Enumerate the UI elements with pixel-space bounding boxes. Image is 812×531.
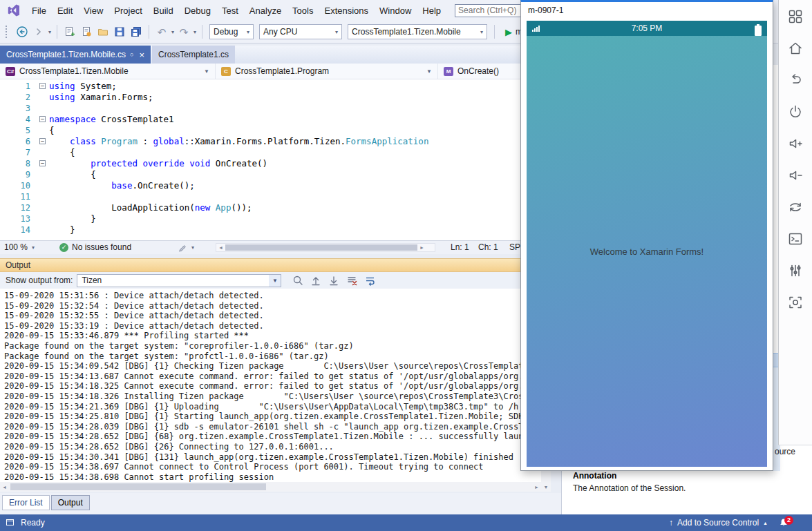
status-bar: Ready ↑ Add to Source Control ▲ 2 [0,514,812,531]
visual-studio-logo-icon [7,3,21,17]
project-dropdown[interactable]: C#CrossTemplate1.Tizen.Mobile ▼ [0,64,216,79]
platform-dropdown[interactable]: Any CPU▾ [259,24,342,39]
startup-project-dropdown[interactable]: CrossTemplate1.Tizen.Mobile▾ [348,24,487,39]
output-horizontal-scrollbar[interactable]: ◄ ► [0,482,541,492]
word-wrap-icon[interactable] [363,273,377,287]
show-output-from-label: Show output from: [6,276,73,285]
menu-view[interactable]: View [78,3,108,18]
menu-help[interactable]: Help [417,3,446,18]
undo-icon[interactable]: ↶ [154,24,169,39]
menu-analyze[interactable]: Analyze [244,3,287,18]
editor-horizontal-scrollbar[interactable]: ◄ ► [216,243,435,252]
fold-gutter [37,202,49,213]
search-input[interactable] [455,4,521,17]
zoom-dropdown[interactable]: 100 % ▾ [4,242,35,252]
menu-window[interactable]: Window [374,3,417,18]
scroll-right-icon[interactable]: ► [417,245,426,250]
fold-collapse-icon[interactable]: − [39,83,46,89]
find-message-icon[interactable] [291,273,305,287]
close-icon[interactable]: × [139,50,144,60]
clear-all-icon[interactable] [345,273,359,287]
menu-extensions[interactable]: Extensions [319,3,374,18]
scroll-down-icon[interactable]: ▼ [541,482,551,492]
annotation-section: Annotation The Annotation of the Session… [573,471,686,493]
menu-debug[interactable]: Debug [179,3,216,18]
scrollbar-thumb[interactable] [10,483,266,490]
home-icon[interactable] [784,37,806,59]
menu-build[interactable]: Build [148,3,179,18]
fold-collapse-icon[interactable]: − [39,138,46,144]
code-text: { [49,169,96,180]
code-editor[interactable]: 1−using System;2using Xamarin.Forms;34−n… [0,79,561,240]
output-log-line: 2020-09-15 15:34:38.697 Cannot connect t… [4,462,541,472]
navigate-dropdown-caret-icon[interactable]: ▾ [48,29,51,35]
annotation-title: Annotation [573,471,686,481]
chevron-up-icon[interactable]: ▲ [763,521,768,525]
notifications-button[interactable]: 2 [779,518,789,528]
output-panel-header[interactable]: Output [0,258,551,272]
scroll-right-icon[interactable]: ► [532,485,541,490]
add-to-source-control-button[interactable]: Add to Source Control [677,518,759,528]
tab-crosstemplate1-cs[interactable]: CrossTemplate1.cs [152,46,235,64]
navigate-back-icon[interactable] [15,24,30,39]
code-text: base.OnCreate(); [49,180,195,191]
code-line-11: 11 [0,191,561,202]
editor-status-bar: 100 % ▾ ✓ No issues found ▾ ◄ ► Ln: 1 Ch… [0,240,561,254]
menu-test[interactable]: Test [216,3,244,18]
menu-file[interactable]: File [26,3,52,18]
tool-tab-error-list[interactable]: Error List [2,495,50,510]
quick-search-box[interactable] [455,4,521,17]
new-project-icon[interactable] [62,24,77,39]
volume-up-icon[interactable] [784,133,806,155]
background-tasks-icon[interactable] [6,517,15,529]
shell-icon[interactable] [784,228,806,250]
tab-crosstemplate1-tizen-mobile-cs[interactable]: CrossTemplate1.Tizen.Mobile.cs○× [0,46,151,64]
toolbar-grip[interactable] [6,26,10,38]
menu-tools[interactable]: Tools [287,3,319,18]
code-line-14: 14 } [0,224,561,235]
output-log[interactable]: 15-09-2020 15:31:56 : Device attach/deta… [0,289,541,482]
output-source-dropdown[interactable]: Tizen ▼ [77,274,281,287]
back-icon[interactable] [784,69,806,91]
scrollbar-thumb[interactable] [225,244,417,251]
redo-icon[interactable]: ↷ [176,24,191,39]
power-icon[interactable] [784,101,806,123]
screenshot-icon[interactable] [784,291,806,313]
save-all-icon[interactable] [129,24,144,39]
member-value: OnCreate() [457,66,499,76]
redo-dropdown-caret-icon[interactable]: ▾ [193,29,196,35]
fold-collapse-icon[interactable]: − [39,116,46,122]
save-icon[interactable] [112,24,127,39]
open-file-icon[interactable] [95,24,111,39]
code-cleanup-button[interactable]: ▾ [177,242,195,253]
code-line-5: 5{ [0,125,561,136]
partial-text: ource [775,447,795,456]
annotation-text: The Annotation of the Session. [573,483,686,493]
volume-down-icon[interactable] [784,164,806,186]
navigate-forward-icon[interactable] [31,24,46,39]
phone-screen[interactable]: Welcome to Xamarin Forms! [527,36,767,467]
phone-display: 7:05 PM Welcome to Xamarin Forms! [527,21,767,467]
menu-edit[interactable]: Edit [52,3,78,18]
add-item-icon[interactable] [79,24,94,39]
scroll-left-icon[interactable]: ◄ [216,245,225,250]
code-line-2: 2using Xamarin.Forms; [0,92,561,103]
previous-message-icon[interactable] [309,273,323,287]
toolbar-separator [149,25,149,39]
menu-project[interactable]: Project [108,3,147,18]
scroll-left-icon[interactable]: ◄ [0,485,9,490]
visual-studio-window: FileEditViewProjectBuildDebugTestAnalyze… [0,0,812,531]
issues-indicator[interactable]: ✓ No issues found [59,242,131,252]
multi-window-icon[interactable] [784,6,806,28]
control-panel-icon[interactable] [784,260,806,282]
configuration-dropdown[interactable]: Debug▾ [209,24,254,39]
undo-dropdown-caret-icon[interactable]: ▾ [171,29,174,35]
type-dropdown[interactable]: CCrossTemplate1.Program ▼ [216,64,438,79]
tool-tab-output[interactable]: Output [51,495,90,510]
next-message-icon[interactable] [327,273,341,287]
code-lines: 1−using System;2using Xamarin.Forms;34−n… [0,81,561,235]
fold-collapse-icon[interactable]: − [39,160,46,166]
emulator-title-bar[interactable]: m-0907-1 [521,2,773,19]
toolbar-separator [57,25,57,39]
rotate-icon[interactable] [784,196,806,218]
